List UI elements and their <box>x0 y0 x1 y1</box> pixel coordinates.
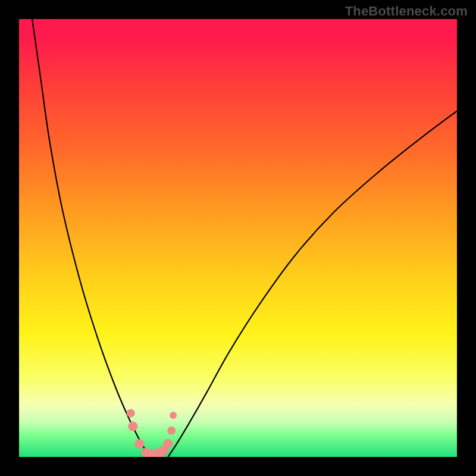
chart-svg <box>19 19 457 457</box>
marker-cluster <box>127 409 177 457</box>
marker-dot <box>170 412 177 419</box>
marker-dot <box>134 439 144 449</box>
plot-area <box>19 19 457 457</box>
marker-dot <box>163 439 173 449</box>
marker-dot <box>167 427 176 435</box>
marker-dot <box>128 421 137 431</box>
watermark-text: TheBottleneck.com <box>345 4 468 19</box>
chart-frame: TheBottleneck.com <box>0 0 476 476</box>
marker-dot <box>127 409 135 417</box>
right-curve <box>168 111 457 457</box>
left-curve <box>32 19 151 457</box>
